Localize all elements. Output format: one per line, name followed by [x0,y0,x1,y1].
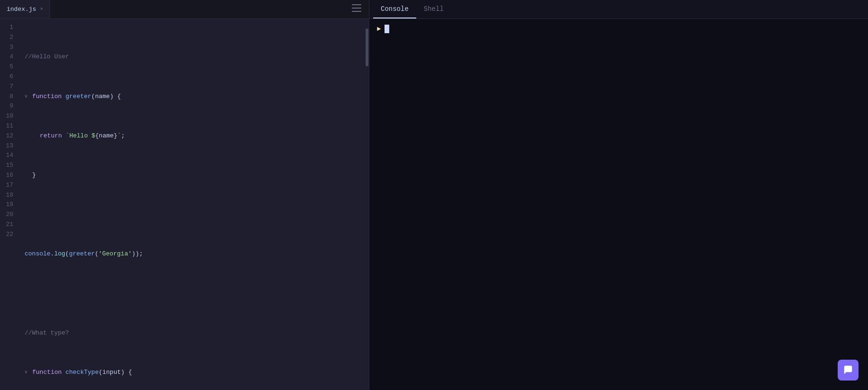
chat-button[interactable] [838,360,859,381]
right-tab-bar: Console Shell [369,0,868,19]
tab-bar: index.js × [0,0,369,19]
code-line-9: v function checkType(input) { [25,368,365,378]
code-line-2: v function greeter(name) { [25,92,365,102]
code-content[interactable]: //Hello User v function greeter(name) { … [21,19,365,390]
console-tab[interactable]: Console [373,0,416,18]
console-tab-label: Console [381,5,409,13]
editor-pane: index.js × 1 2 3 4 5 6 7 8 9 10 11 12 13 [0,0,369,390]
svg-rect-0 [352,4,361,5]
code-editor-area[interactable]: 1 2 3 4 5 6 7 8 9 10 11 12 13 14 15 16 1… [0,19,369,390]
editor-tab-index-js[interactable]: index.js × [0,0,50,18]
prompt-arrow-icon: ► [377,25,381,33]
svg-rect-1 [352,8,361,9]
editor-menu-icon[interactable] [344,4,369,14]
code-line-5 [25,210,365,220]
code-line-3: return `Hello ${name}`; [25,131,365,141]
code-line-6: console.log(greeter('Georgia')); [25,249,365,259]
line-numbers: 1 2 3 4 5 6 7 8 9 10 11 12 13 14 15 16 1… [0,19,21,390]
editor-scrollbar[interactable] [365,19,369,390]
tab-filename: index.js [7,6,36,13]
code-line-4: } [25,171,365,181]
console-prompt: ► [377,25,860,33]
svg-rect-2 [352,11,361,12]
right-pane: Console Shell ► [369,0,868,390]
code-line-8: //What type? [25,328,365,338]
fold-arrow-2[interactable]: v [25,93,27,100]
fold-arrow-9[interactable]: v [25,369,27,376]
code-line-7 [25,289,365,299]
cursor-block [385,25,389,33]
code-line-1: //Hello User [25,52,365,62]
shell-tab[interactable]: Shell [416,0,451,18]
tab-close-button[interactable]: × [40,7,43,12]
shell-tab-label: Shell [424,5,444,13]
console-output-area[interactable]: ► [369,19,868,390]
editor-scrollbar-thumb[interactable] [366,28,368,66]
